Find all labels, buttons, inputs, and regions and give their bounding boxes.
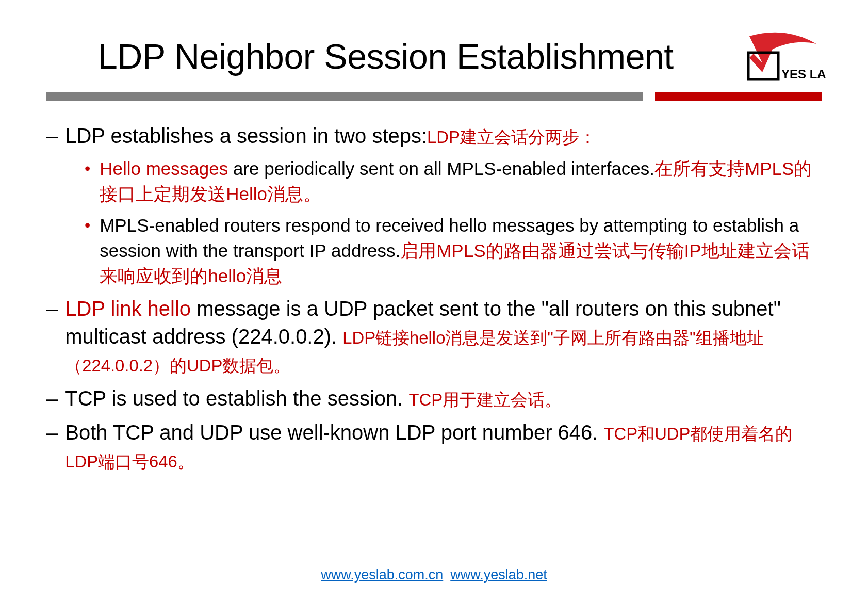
footer: www.yeslab.com.cnwww.yeslab.net bbox=[0, 567, 868, 583]
dot-icon: • bbox=[85, 213, 90, 288]
point-1b: MPLS-enabled routers respond to received… bbox=[100, 213, 822, 288]
point-1a: Hello messages are periodically sent on … bbox=[100, 156, 822, 206]
footer-link-1[interactable]: www.yeslab.com.cn bbox=[321, 567, 443, 583]
divider-grey bbox=[46, 92, 643, 101]
dash-icon: – bbox=[46, 295, 58, 378]
bullet-level1: – Both TCP and UDP use well-known LDP po… bbox=[46, 418, 822, 474]
divider-bar bbox=[46, 92, 822, 101]
footer-link-2[interactable]: www.yeslab.net bbox=[450, 567, 547, 583]
point-1: LDP establishes a session in two steps:L… bbox=[65, 122, 822, 150]
dot-icon: • bbox=[85, 156, 90, 206]
point-1a-strong: Hello messages bbox=[100, 158, 228, 179]
bullet-level1: – LDP link hello message is a UDP packet… bbox=[46, 295, 822, 378]
slide-body: – LDP establishes a session in two steps… bbox=[46, 122, 822, 474]
dash-icon: – bbox=[46, 418, 58, 474]
yeslab-logo: YES LAB bbox=[724, 31, 827, 93]
point-4-en: Both TCP and UDP use well-known LDP port… bbox=[65, 421, 603, 444]
slide: LDP Neighbor Session Establishment YES L… bbox=[0, 0, 868, 614]
svg-text:YES LAB: YES LAB bbox=[781, 67, 827, 81]
divider-red bbox=[655, 92, 822, 101]
bullet-level2: • MPLS-enabled routers respond to receiv… bbox=[85, 213, 822, 288]
point-4: Both TCP and UDP use well-known LDP port… bbox=[65, 418, 822, 474]
point-2: LDP link hello message is a UDP packet s… bbox=[65, 295, 822, 378]
bullet-level1: – LDP establishes a session in two steps… bbox=[46, 122, 822, 150]
dash-icon: – bbox=[46, 122, 58, 150]
point-2-strong: LDP link hello bbox=[65, 297, 191, 320]
point-1-zh: LDP建立会话分两步： bbox=[427, 127, 596, 147]
point-3-zh: TCP用于建立会话。 bbox=[409, 390, 562, 409]
bullet-level2: • Hello messages are periodically sent o… bbox=[85, 156, 822, 206]
bullet-level1: – TCP is used to establish the session. … bbox=[46, 384, 822, 412]
point-1a-rest: are periodically sent on all MPLS-enable… bbox=[228, 158, 654, 179]
point-3-en: TCP is used to establish the session. bbox=[65, 387, 408, 410]
title-row: LDP Neighbor Session Establishment bbox=[46, 36, 822, 87]
point-3: TCP is used to establish the session. TC… bbox=[65, 384, 822, 412]
dash-icon: – bbox=[46, 384, 58, 412]
point-1-en: LDP establishes a session in two steps: bbox=[65, 124, 427, 147]
slide-title: LDP Neighbor Session Establishment bbox=[46, 36, 674, 76]
